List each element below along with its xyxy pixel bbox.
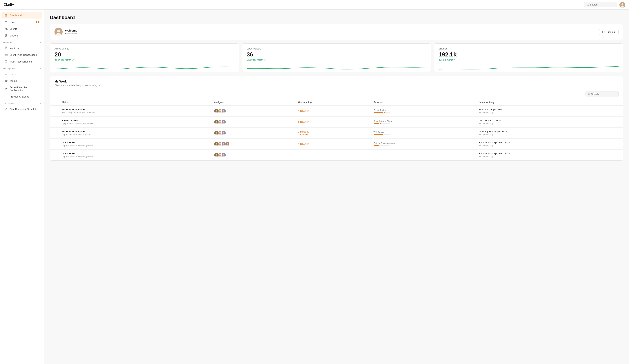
sidebar-label-invoices: Invoices [9, 47, 19, 49]
assigned-cell [211, 139, 295, 150]
svg-point-18 [5, 80, 5, 81]
progress-cell [371, 150, 476, 161]
svg-rect-21 [5, 97, 5, 98]
work-search-input[interactable] [591, 93, 616, 95]
sidebar-label-teams: Teams [9, 80, 17, 82]
svg-point-3 [622, 3, 623, 5]
row-menu-button[interactable]: ⋮ [53, 142, 56, 146]
sidebar-item-subscription[interactable]: Subscription And Configuration [1, 84, 42, 93]
finances-chevron[interactable]: ∧ [40, 42, 41, 44]
stat-chart-0 [54, 63, 234, 72]
trend-arrow-2: ↗ [454, 59, 456, 61]
svg-rect-13 [5, 61, 6, 63]
svg-point-66 [227, 143, 228, 144]
welcome-user: Welcome Betty Veum [54, 28, 77, 36]
progress-label: Will Signing [374, 131, 473, 133]
svg-rect-14 [6, 61, 7, 63]
sidebar-label-trust-recon: Trust Reconciliations [9, 60, 32, 63]
sidebar-item-trust-recon[interactable]: Trust Reconciliations [1, 58, 42, 65]
billable-link[interactable]: 1 Billables [298, 110, 367, 112]
sidebar-item-users[interactable]: Users [1, 71, 42, 77]
progress-bar-track [374, 145, 390, 146]
sidebar-label-leads: Leads [9, 21, 16, 23]
outstanding-cell: 1 Billables [295, 105, 370, 117]
svg-point-19 [6, 80, 7, 81]
collapse-button[interactable] [17, 3, 20, 6]
table-body: ⋮ Mr. Dalton Ziemann Mandatory fresh-thi… [50, 105, 623, 161]
sidebar-item-invoices[interactable]: Invoices [1, 45, 42, 51]
user-avatar[interactable] [620, 2, 625, 8]
progress-bar-track [374, 134, 390, 135]
matter-cell: Mr. Dalton Ziemann Mandatory fresh-think… [59, 105, 211, 117]
row-menu-button[interactable]: ⋮ [53, 131, 56, 135]
row-menu-button[interactable]: ⋮ [53, 153, 56, 157]
latest-activity-cell: Review and respond to emails 18 minutes … [476, 139, 623, 150]
sign-out-button[interactable]: Sign out [599, 29, 619, 35]
matter-cell: Elmore Streich Upgradable client-server … [59, 117, 211, 128]
row-menu-button[interactable]: ⋮ [53, 120, 56, 123]
outstanding-cell: 1 Billables [295, 139, 370, 150]
matter-sub: Organized bifurcated solution [62, 133, 208, 136]
manage-firm-label: Manage Firm [3, 67, 16, 70]
assigned-cell [211, 128, 295, 139]
invoice-link[interactable]: 1 invoice [298, 133, 367, 136]
progress-cell: Client Review [371, 105, 476, 117]
svg-point-39 [216, 121, 217, 122]
latest-time: 18 minutes ago [479, 111, 620, 114]
sidebar-label-matters: Matters [9, 34, 18, 37]
progress-cell: Send Copy to Client [371, 117, 476, 128]
sidebar-item-client-trust[interactable]: Client Trust Transactions [1, 52, 42, 58]
matter-sub: Organic uniform knowledgeuser [62, 144, 208, 147]
progress-cell: Will Signing [371, 128, 476, 139]
sidebar-label-clients: Clients [9, 27, 17, 30]
documents-label: Documents [3, 102, 14, 105]
sidebar-item-leads[interactable]: Leads 3 [1, 19, 42, 25]
outstanding-cell: 5 Billables [295, 117, 370, 128]
svg-point-30 [216, 110, 217, 111]
documents-chevron[interactable]: ∧ [40, 103, 41, 105]
topbar: Clarity [0, 0, 629, 9]
latest-activity: Due diligence review [479, 119, 620, 122]
sidebar-item-teams[interactable]: Teams [1, 78, 42, 84]
welcome-heading: Welcome [65, 29, 77, 32]
search-input[interactable] [590, 3, 615, 6]
trust-icon [4, 53, 8, 56]
billable-link[interactable]: 5 Billables [298, 121, 367, 123]
avatar-image [620, 2, 625, 8]
page-title: Dashboard [50, 15, 623, 20]
sidebar-item-clients[interactable]: Clients [1, 25, 42, 32]
avatar [221, 131, 226, 135]
outstanding-cell: 1 Billables1 invoice [295, 128, 370, 139]
table-row: ⋮ Mr. Dalton Ziemann Mandatory fresh-thi… [50, 105, 623, 117]
sidebar-item-firm-docs[interactable]: Firm Document Templates [1, 106, 42, 112]
welcome-text: Welcome Betty Veum [65, 29, 77, 35]
svg-rect-11 [5, 54, 7, 56]
sidebar-label-firm-docs: Firm Document Templates [9, 108, 38, 110]
leads-badge: 3 [36, 21, 39, 23]
billable-link[interactable]: 1 Billables [298, 143, 367, 145]
progress-label: Client Review [374, 109, 473, 111]
finances-label: Finances [3, 41, 12, 44]
sidebar-item-dashboard[interactable]: Dashboard [1, 12, 42, 18]
matter-name: Dock Ward [62, 141, 208, 144]
row-menu-button[interactable]: ⋮ [53, 109, 56, 112]
assigned-avatars [214, 120, 292, 124]
stat-trend-2: 32k this month ↗ [439, 59, 619, 61]
work-search-box[interactable] [586, 91, 619, 97]
progress-bar-track [374, 123, 390, 124]
manage-firm-chevron[interactable]: ∧ [40, 68, 41, 70]
latest-activity: Draft legal correspondence [479, 130, 620, 133]
sign-out-label: Sign out [607, 31, 616, 33]
sidebar-item-matters[interactable]: Matters [1, 32, 42, 39]
leads-icon [4, 20, 8, 24]
billable-link[interactable]: 1 Billables [298, 130, 367, 133]
matter-name: Mr. Dalton Ziemann [62, 108, 208, 111]
outstanding-cell [295, 150, 370, 161]
sidebar-item-analytics[interactable]: Practice Analytics [1, 93, 42, 100]
col-matter: Matter [59, 99, 211, 105]
config-icon [4, 87, 8, 90]
latest-time: 18 minutes ago [479, 133, 620, 136]
row-menu-cell: ⋮ [50, 150, 59, 161]
svg-point-6 [5, 28, 6, 29]
topbar-search[interactable] [584, 2, 617, 7]
